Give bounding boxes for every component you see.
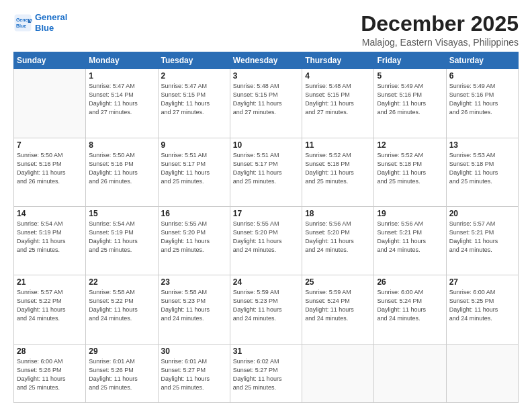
day-number: 2	[161, 71, 227, 81]
header-tuesday: Tuesday	[158, 52, 230, 69]
table-row: 17Sunrise: 5:55 AM Sunset: 5:20 PM Dayli…	[230, 206, 302, 275]
location-subtitle: Malajog, Eastern Visayas, Philippines	[361, 37, 519, 48]
table-row: 22Sunrise: 5:58 AM Sunset: 5:22 PM Dayli…	[86, 275, 158, 344]
title-block: December 2025 Malajog, Eastern Visayas, …	[361, 12, 519, 48]
header: General Blue General Blue December 2025 …	[13, 12, 519, 48]
day-detail: Sunrise: 6:01 AM Sunset: 5:27 PM Dayligh…	[161, 357, 227, 392]
table-row: 2Sunrise: 5:47 AM Sunset: 5:15 PM Daylig…	[158, 69, 230, 138]
day-number: 14	[17, 209, 83, 218]
day-number: 19	[377, 209, 443, 218]
day-detail: Sunrise: 6:01 AM Sunset: 5:26 PM Dayligh…	[89, 357, 154, 392]
day-number: 9	[161, 140, 227, 150]
table-row	[302, 344, 374, 403]
day-detail: Sunrise: 5:58 AM Sunset: 5:22 PM Dayligh…	[89, 288, 154, 323]
calendar-row: 14Sunrise: 5:54 AM Sunset: 5:19 PM Dayli…	[14, 206, 519, 275]
month-title: December 2025	[361, 12, 519, 36]
header-friday: Friday	[374, 52, 446, 69]
table-row: 12Sunrise: 5:52 AM Sunset: 5:18 PM Dayli…	[374, 138, 446, 206]
calendar-row: 7Sunrise: 5:50 AM Sunset: 5:16 PM Daylig…	[14, 138, 519, 206]
table-row	[374, 344, 446, 403]
day-number: 26	[377, 277, 443, 287]
day-number: 10	[233, 140, 299, 150]
day-number: 1	[89, 71, 154, 81]
table-row	[446, 344, 518, 403]
logo-text: General Blue	[35, 12, 67, 33]
day-number: 6	[449, 71, 515, 81]
day-number: 3	[233, 71, 299, 81]
logo: General Blue General Blue	[13, 12, 67, 33]
day-number: 16	[161, 209, 227, 218]
calendar-table: Sunday Monday Tuesday Wednesday Thursday…	[13, 52, 519, 403]
table-row: 8Sunrise: 5:50 AM Sunset: 5:16 PM Daylig…	[86, 138, 158, 206]
table-row: 15Sunrise: 5:54 AM Sunset: 5:19 PM Dayli…	[86, 206, 158, 275]
day-number: 25	[305, 277, 371, 287]
day-detail: Sunrise: 5:47 AM Sunset: 5:14 PM Dayligh…	[89, 82, 154, 117]
day-number: 18	[305, 209, 371, 218]
day-detail: Sunrise: 5:56 AM Sunset: 5:21 PM Dayligh…	[377, 220, 443, 255]
table-row: 21Sunrise: 5:57 AM Sunset: 5:22 PM Dayli…	[14, 275, 86, 344]
day-detail: Sunrise: 5:56 AM Sunset: 5:20 PM Dayligh…	[305, 220, 371, 255]
table-row: 6Sunrise: 5:49 AM Sunset: 5:16 PM Daylig…	[446, 69, 518, 138]
day-number: 4	[305, 71, 371, 81]
day-number: 23	[161, 277, 227, 287]
day-number: 22	[89, 277, 154, 287]
table-row: 27Sunrise: 6:00 AM Sunset: 5:25 PM Dayli…	[446, 275, 518, 344]
header-monday: Monday	[86, 52, 158, 69]
table-row: 26Sunrise: 6:00 AM Sunset: 5:24 PM Dayli…	[374, 275, 446, 344]
day-number: 27	[449, 277, 515, 287]
day-number: 17	[233, 209, 299, 218]
table-row: 18Sunrise: 5:56 AM Sunset: 5:20 PM Dayli…	[302, 206, 374, 275]
day-detail: Sunrise: 5:55 AM Sunset: 5:20 PM Dayligh…	[161, 220, 227, 255]
day-number: 13	[449, 140, 515, 150]
day-detail: Sunrise: 5:49 AM Sunset: 5:16 PM Dayligh…	[377, 82, 443, 117]
table-row: 5Sunrise: 5:49 AM Sunset: 5:16 PM Daylig…	[374, 69, 446, 138]
day-number: 30	[161, 347, 227, 356]
table-row: 20Sunrise: 5:57 AM Sunset: 5:21 PM Dayli…	[446, 206, 518, 275]
day-detail: Sunrise: 5:48 AM Sunset: 5:15 PM Dayligh…	[305, 82, 371, 117]
day-number: 15	[89, 209, 154, 218]
day-detail: Sunrise: 5:54 AM Sunset: 5:19 PM Dayligh…	[89, 220, 154, 255]
day-detail: Sunrise: 6:02 AM Sunset: 5:27 PM Dayligh…	[233, 357, 299, 392]
day-number: 20	[449, 209, 515, 218]
table-row: 7Sunrise: 5:50 AM Sunset: 5:16 PM Daylig…	[14, 138, 86, 206]
header-wednesday: Wednesday	[230, 52, 302, 69]
day-detail: Sunrise: 5:59 AM Sunset: 5:23 PM Dayligh…	[233, 288, 299, 323]
day-number: 5	[377, 71, 443, 81]
table-row: 31Sunrise: 6:02 AM Sunset: 5:27 PM Dayli…	[230, 344, 302, 403]
table-row: 10Sunrise: 5:51 AM Sunset: 5:17 PM Dayli…	[230, 138, 302, 206]
table-row: 4Sunrise: 5:48 AM Sunset: 5:15 PM Daylig…	[302, 69, 374, 138]
header-saturday: Saturday	[446, 52, 518, 69]
table-row: 24Sunrise: 5:59 AM Sunset: 5:23 PM Dayli…	[230, 275, 302, 344]
calendar-row: 28Sunrise: 6:00 AM Sunset: 5:26 PM Dayli…	[14, 344, 519, 403]
day-detail: Sunrise: 5:49 AM Sunset: 5:16 PM Dayligh…	[449, 82, 515, 117]
day-number: 29	[89, 347, 154, 356]
table-row: 1Sunrise: 5:47 AM Sunset: 5:14 PM Daylig…	[86, 69, 158, 138]
table-row: 19Sunrise: 5:56 AM Sunset: 5:21 PM Dayli…	[374, 206, 446, 275]
table-row: 3Sunrise: 5:48 AM Sunset: 5:15 PM Daylig…	[230, 69, 302, 138]
day-detail: Sunrise: 6:00 AM Sunset: 5:24 PM Dayligh…	[377, 288, 443, 323]
day-number: 28	[17, 347, 83, 356]
day-detail: Sunrise: 5:55 AM Sunset: 5:20 PM Dayligh…	[233, 220, 299, 255]
table-row: 16Sunrise: 5:55 AM Sunset: 5:20 PM Dayli…	[158, 206, 230, 275]
day-number: 31	[233, 347, 299, 356]
day-detail: Sunrise: 5:53 AM Sunset: 5:18 PM Dayligh…	[449, 151, 515, 186]
day-detail: Sunrise: 5:52 AM Sunset: 5:18 PM Dayligh…	[377, 151, 443, 186]
header-thursday: Thursday	[302, 52, 374, 69]
table-row: 29Sunrise: 6:01 AM Sunset: 5:26 PM Dayli…	[86, 344, 158, 403]
day-number: 21	[17, 277, 83, 287]
day-number: 12	[377, 140, 443, 150]
day-detail: Sunrise: 5:47 AM Sunset: 5:15 PM Dayligh…	[161, 82, 227, 117]
calendar-row: 21Sunrise: 5:57 AM Sunset: 5:22 PM Dayli…	[14, 275, 519, 344]
day-number: 24	[233, 277, 299, 287]
header-sunday: Sunday	[14, 52, 86, 69]
svg-text:Blue: Blue	[16, 24, 26, 28]
calendar-header-row: Sunday Monday Tuesday Wednesday Thursday…	[14, 52, 519, 69]
table-row: 13Sunrise: 5:53 AM Sunset: 5:18 PM Dayli…	[446, 138, 518, 206]
day-detail: Sunrise: 5:52 AM Sunset: 5:18 PM Dayligh…	[305, 151, 371, 186]
day-number: 8	[89, 140, 154, 150]
day-detail: Sunrise: 5:57 AM Sunset: 5:21 PM Dayligh…	[449, 220, 515, 255]
logo-icon: General Blue	[13, 13, 32, 32]
day-detail: Sunrise: 5:54 AM Sunset: 5:19 PM Dayligh…	[17, 220, 83, 255]
table-row: 23Sunrise: 5:58 AM Sunset: 5:23 PM Dayli…	[158, 275, 230, 344]
table-row: 28Sunrise: 6:00 AM Sunset: 5:26 PM Dayli…	[14, 344, 86, 403]
